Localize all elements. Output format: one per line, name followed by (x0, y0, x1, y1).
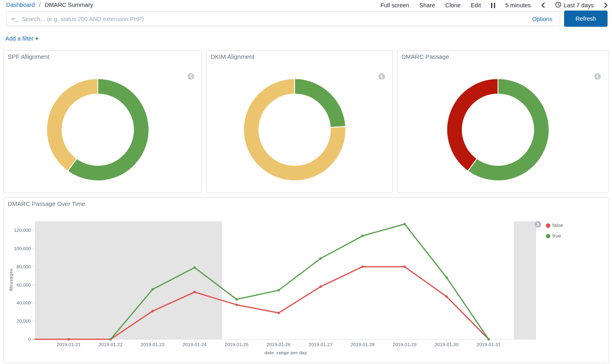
y-tick-label: 120,000 (14, 228, 31, 233)
panel-spf-alignment: SPF Allignment (3, 50, 202, 193)
breadcrumb-dashboard-link[interactable]: Dashboard (6, 2, 35, 8)
x-tick-label: 2019-01-25 (225, 342, 249, 347)
x-tick-label: 2019-01-31 (477, 342, 501, 347)
data-point[interactable] (67, 338, 70, 340)
y-tick-label: 80,000 (17, 264, 31, 269)
filter-bar: Add a filter+ (5, 35, 39, 42)
add-filter-button[interactable]: Add a filter+ (5, 35, 39, 42)
time-range-label: Last 7 days (564, 2, 594, 9)
edit-button[interactable]: Edit (471, 2, 481, 9)
panel-title: DMARC Passage (401, 53, 449, 60)
legend-collapse-icon[interactable] (187, 73, 194, 80)
dkim-donut-chart (242, 77, 347, 183)
donut-slice-1[interactable] (447, 79, 498, 171)
x-axis-title: date_range per day (4, 350, 568, 355)
x-tick-label: 2019-01-22 (99, 342, 123, 347)
time-range-shading (35, 221, 536, 339)
panel-dmarc-passage: DMARC Passage (397, 50, 609, 193)
breadcrumb-separator: / (39, 2, 41, 8)
legend-expand-icon[interactable] (534, 221, 541, 228)
data-point[interactable] (446, 276, 448, 279)
x-tick-label: 2019-01-30 (435, 342, 459, 347)
legend-item-false[interactable]: false (546, 220, 563, 231)
data-point[interactable] (194, 291, 196, 293)
time-picker-button[interactable]: Last 7 days (555, 2, 594, 9)
panel-dmarc-passage-over-time: DMARC Passage Over Time 020,00040,00060,… (3, 197, 609, 363)
data-point[interactable] (403, 223, 406, 225)
data-point[interactable] (362, 266, 364, 268)
query-prompt-icon: >_ (6, 16, 22, 22)
data-point[interactable] (235, 298, 238, 301)
x-tick-label: 2019-01-24 (183, 342, 207, 347)
donut-slice-1[interactable] (47, 79, 98, 171)
breadcrumb: Dashboard / DMARC Summary (6, 2, 93, 8)
data-point[interactable] (151, 288, 154, 291)
refresh-button[interactable]: Refresh (564, 11, 608, 27)
data-point[interactable] (362, 235, 364, 237)
x-tick-label: 2019-01-26 (267, 342, 291, 347)
top-nav: Full screen Share Clone Edit 5 minutes L… (380, 2, 608, 9)
time-forward-icon[interactable] (604, 2, 608, 8)
clock-icon (555, 2, 561, 9)
search-bar: >_ Options (6, 11, 560, 26)
legend-dot-icon (546, 223, 550, 228)
top-bar: Dashboard / DMARC Summary Full screen Sh… (0, 0, 612, 10)
legend-dot-icon (546, 234, 550, 238)
y-tick-label: 100,000 (14, 246, 31, 251)
x-tick-label: 2019-01-23 (141, 342, 165, 347)
panel-title: SPF Allignment (8, 53, 50, 60)
y-tick-label: 0 (28, 337, 31, 342)
data-point[interactable] (235, 304, 238, 306)
legend-collapse-icon[interactable] (378, 73, 385, 80)
time-back-icon[interactable] (541, 2, 545, 8)
x-tick-label: 2019-01-29 (393, 342, 417, 347)
legend-label: false (552, 223, 563, 228)
data-point[interactable] (403, 266, 406, 268)
data-point[interactable] (194, 266, 196, 269)
plus-icon: + (35, 35, 39, 42)
y-tick-label: 20,000 (17, 319, 31, 323)
data-point[interactable] (446, 295, 448, 298)
x-tick-label: 2019-01-27 (309, 342, 333, 347)
x-tick-label: 2019-01-28 (351, 342, 375, 347)
y-tick-label: 60,000 (17, 283, 31, 287)
full-screen-button[interactable]: Full screen (380, 2, 409, 9)
panel-title: DKIM Alignment (211, 53, 254, 60)
pause-icon[interactable] (491, 3, 495, 8)
dmarc-donut-chart (446, 77, 550, 183)
donut-slice-0[interactable] (295, 79, 346, 127)
share-button[interactable]: Share (419, 2, 435, 9)
data-point[interactable] (278, 289, 280, 291)
search-options-button[interactable]: Options (525, 16, 560, 22)
refresh-interval-button[interactable]: 5 minutes (505, 2, 531, 9)
spf-donut-chart (45, 77, 150, 183)
legend-collapse-icon[interactable] (594, 73, 601, 80)
data-point[interactable] (110, 338, 112, 340)
line-chart: 020,00040,00060,00080,000100,000120,0002… (4, 198, 608, 363)
legend-item-true[interactable]: true (546, 231, 563, 241)
x-tick-label: 2019-01-21 (57, 342, 81, 347)
data-point[interactable] (278, 312, 280, 314)
y-axis-title: Messages (9, 251, 13, 308)
legend-label: true (552, 233, 561, 239)
clone-button[interactable]: Clone (445, 2, 461, 9)
page-title: DMARC Summary (45, 2, 93, 8)
y-tick-label: 40,000 (17, 300, 31, 305)
chart-legend: falsetrue (546, 220, 563, 241)
search-input[interactable] (22, 16, 525, 22)
data-point[interactable] (319, 257, 322, 260)
data-point[interactable] (487, 338, 490, 340)
data-point[interactable] (151, 310, 154, 313)
data-point[interactable] (319, 285, 322, 288)
panel-dkim-alignment: DKIM Alignment (206, 50, 393, 193)
